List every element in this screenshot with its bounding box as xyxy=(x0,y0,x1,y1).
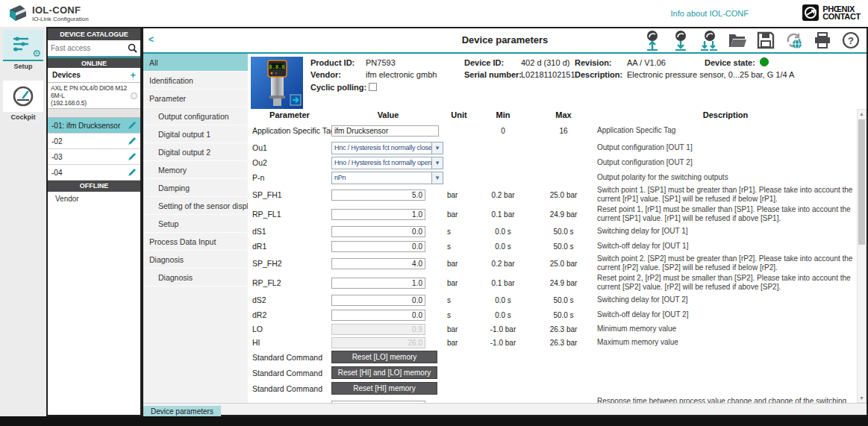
min-value: 0.1 bar xyxy=(473,210,533,219)
open-folder-icon[interactable] xyxy=(727,29,747,51)
param-name: SP_FH2 xyxy=(248,259,331,268)
vendor-label: Vendor: xyxy=(310,70,341,79)
device-port-item[interactable]: -02 xyxy=(48,134,140,149)
web-sync-icon[interactable] xyxy=(784,29,804,51)
edit-pencil-icon xyxy=(128,137,137,145)
nav-item-process-data-input[interactable]: Process Data Input xyxy=(143,233,248,251)
value-input[interactable] xyxy=(331,125,439,137)
device-catalogue-panel: DEVICE CATALOGUE ONLINE Devices + AXL E … xyxy=(46,27,142,416)
device-details-arrow-icon[interactable] xyxy=(290,95,301,105)
scrollbar-thumb[interactable] xyxy=(858,119,865,245)
value-input[interactable] xyxy=(331,189,425,201)
command-button[interactable]: Reset [HI] and [LO] memory xyxy=(331,366,437,379)
fast-access-search xyxy=(48,40,140,57)
value-select[interactable]: Hnc / Hysteresis fct normally closed▾ xyxy=(331,142,443,154)
nav-item-setting-of-the-sensor-display[interactable]: Setting of the sensor display xyxy=(143,197,248,215)
chevron-down-icon[interactable]: ▾ xyxy=(431,172,443,184)
col-value: Value xyxy=(331,110,445,119)
device-port-item[interactable]: -01: ifm Drucksensor xyxy=(48,118,140,134)
devices-group-row[interactable]: Devices + xyxy=(48,68,140,83)
nav-item-all[interactable]: All xyxy=(143,54,248,72)
param-row: Application Specific Tag016Application S… xyxy=(248,121,857,140)
col-parameter: Parameter xyxy=(248,110,331,119)
nav-item-parameter[interactable]: Parameter xyxy=(143,90,248,107)
nav-item-diagnosis[interactable]: Diagnosis xyxy=(143,269,248,286)
edit-pencil-icon[interactable] xyxy=(128,121,137,130)
nav-item-memory[interactable]: Memory xyxy=(143,161,248,179)
nav-item-digital-output-2[interactable]: Digital output 2 xyxy=(143,143,248,161)
master-device-item[interactable]: AXL E PN IOL4/0 DIO8 M12 6M-L (192.168.0… xyxy=(48,83,140,109)
vertical-scrollbar[interactable]: ▲ ▼ xyxy=(857,109,867,403)
device-state-label: Device state: xyxy=(705,58,755,67)
unit-value: bar xyxy=(445,210,473,219)
chevron-down-icon[interactable]: ▾ xyxy=(431,142,443,154)
value-input[interactable] xyxy=(331,241,425,252)
chevron-down-icon[interactable]: ▾ xyxy=(431,157,443,169)
edit-pencil-icon[interactable] xyxy=(128,152,137,161)
scroll-down-icon[interactable]: ▼ xyxy=(858,394,866,402)
param-name: SP_FH1 xyxy=(248,190,331,199)
offline-section-header: OFFLINE xyxy=(48,181,140,192)
min-value: 0.0 s xyxy=(473,311,533,319)
nav-item-identification[interactable]: Identification xyxy=(143,72,248,90)
search-input[interactable] xyxy=(51,44,128,52)
value-input[interactable] xyxy=(331,310,425,321)
nav-item-diagnosis[interactable]: Diagnosis xyxy=(143,251,248,269)
max-value: 50.0 s xyxy=(533,296,594,304)
description-text: Reset point 2, [rP2] must be smaller tha… xyxy=(594,274,857,292)
selected-option: Hnc / Hysteresis fct normally closed xyxy=(332,144,431,151)
description-text: Output configuration [OUT 1] xyxy=(594,143,857,152)
save-icon[interactable] xyxy=(755,29,775,51)
command-button[interactable]: Reset [LO] memory xyxy=(331,351,437,363)
edit-pencil-icon[interactable] xyxy=(128,137,137,145)
scroll-up-icon[interactable]: ▲ xyxy=(858,110,866,118)
value-select[interactable]: nPn▾ xyxy=(331,172,443,184)
product-id-value: PN7593 xyxy=(366,58,396,67)
bottom-black-bar xyxy=(0,416,868,426)
rail-item-cockpit[interactable]: Cockpit xyxy=(3,81,43,121)
edit-pencil-icon[interactable] xyxy=(128,168,137,177)
col-description: Description xyxy=(594,110,857,119)
col-min: Min xyxy=(473,110,533,119)
description-text: Switch-off delay for [OUT 2] xyxy=(594,310,857,319)
offline-item-vendor[interactable]: Vendor xyxy=(48,192,140,207)
value-input[interactable] xyxy=(331,278,425,289)
value-input[interactable] xyxy=(331,258,425,269)
cyclic-polling-checkbox[interactable] xyxy=(369,83,377,91)
description-text: Switch point 1. [SP1] must be greater th… xyxy=(594,186,857,204)
add-device-icon[interactable]: + xyxy=(130,69,136,81)
param-row: RP_FL2bar0.1 bar24.9 barReset point 2, [… xyxy=(248,273,857,292)
rail-item-setup[interactable]: ⚙ Setup xyxy=(3,30,43,70)
nav-item-digital-output-1[interactable]: Digital output 1 xyxy=(143,125,248,143)
value-select[interactable]: Hno / Hysteresis fct normally open▾ xyxy=(331,157,443,169)
info-about-link[interactable]: Info about IOL-CONF xyxy=(670,9,749,18)
printer-icon[interactable] xyxy=(812,29,832,51)
param-value-cell xyxy=(331,125,445,137)
upload-to-device-icon[interactable] xyxy=(642,29,662,51)
search-icon[interactable] xyxy=(128,43,137,53)
phoenix-contact-logo-icon xyxy=(802,4,819,22)
device-port-item[interactable]: -04 xyxy=(48,165,140,181)
download-from-device-icon[interactable] xyxy=(670,29,690,51)
device-radio-icon[interactable] xyxy=(131,93,137,99)
param-name: dR2 xyxy=(248,310,331,319)
help-icon[interactable]: ? xyxy=(840,29,861,51)
command-button[interactable]: Reset [HI] memory xyxy=(331,382,437,395)
device-id-label: Device ID: xyxy=(464,58,504,67)
value-input[interactable] xyxy=(331,226,425,237)
unit-value: s xyxy=(445,228,473,236)
param-row: DAPs0.000 s4.000 sResponse time between … xyxy=(248,396,857,403)
iol-conf-logo-icon xyxy=(7,3,28,23)
nav-item-setup[interactable]: Setup xyxy=(143,215,248,233)
nav-item-damping[interactable]: Damping xyxy=(143,179,248,197)
col-max: Max xyxy=(533,110,594,119)
nav-item-output-configuration[interactable]: Output configuration xyxy=(143,107,248,125)
value-input[interactable] xyxy=(331,209,425,220)
download-all-icon[interactable] xyxy=(699,29,719,51)
value-input[interactable] xyxy=(331,295,425,306)
param-value-cell xyxy=(331,278,445,289)
param-row: P-nnPn▾Output polarity for the switching… xyxy=(248,170,857,185)
device-port-item[interactable]: -03 xyxy=(48,149,140,165)
max-value: 25.0 bar xyxy=(533,191,594,199)
description-value: Electronic pressure sensor, 0...25 bar, … xyxy=(627,70,794,79)
